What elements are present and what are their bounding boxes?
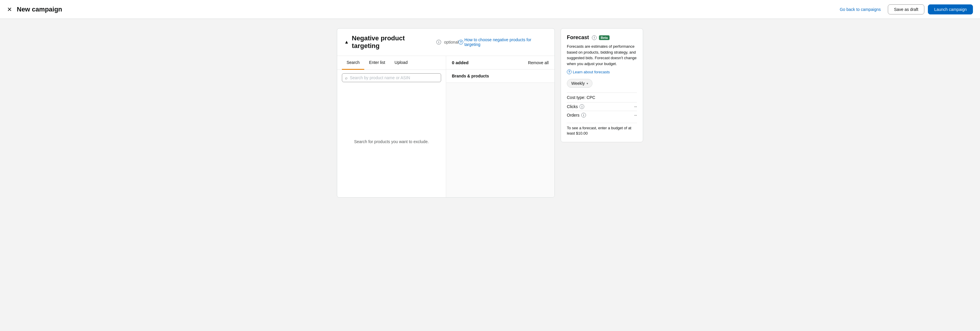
help-circle-icon: ?	[458, 40, 463, 45]
weekly-dropdown-button[interactable]: Weekly ▾	[567, 79, 592, 88]
search-icon: ⌕	[345, 75, 347, 80]
header-right: Go back to campaigns Save as draft Launc…	[836, 5, 973, 14]
search-input[interactable]	[350, 75, 438, 80]
chevron-down-icon: ▾	[587, 82, 588, 85]
section-title: Negative product targeting	[352, 35, 433, 50]
weekly-label: Weekly	[571, 81, 585, 86]
clicks-value: --	[634, 104, 637, 109]
card-title-group: ▲ Negative product targeting i optional	[344, 35, 458, 50]
learn-forecasts-label: Learn about forecasts	[573, 70, 610, 74]
search-container: ⌕	[337, 70, 446, 86]
left-panel: Search Enter list Upload ⌕ Search for pr…	[337, 56, 446, 197]
header: ✕ New campaign Go back to campaigns Save…	[0, 0, 980, 19]
orders-row: Orders i --	[567, 111, 637, 119]
header-left: ✕ New campaign	[7, 6, 62, 13]
clicks-row: Clicks i --	[567, 102, 637, 111]
search-empty-state: Search for products you want to exclude.	[337, 86, 446, 197]
forecast-card: Forecast i Beta Forecasts are estimates …	[561, 28, 643, 142]
clicks-label: Clicks i	[567, 104, 584, 109]
tabs: Search Enter list Upload	[337, 56, 446, 70]
orders-value: --	[634, 113, 637, 118]
clicks-info-icon[interactable]: i	[579, 104, 584, 109]
forecast-title: Forecast	[567, 35, 589, 41]
card-body: Search Enter list Upload ⌕ Search for pr…	[337, 56, 555, 197]
search-input-wrapper: ⌕	[342, 73, 441, 82]
beta-badge: Beta	[599, 35, 609, 40]
forecast-info-icon[interactable]: i	[592, 35, 597, 40]
added-count: 0 added	[452, 60, 469, 65]
remove-all-button[interactable]: Remove all	[528, 60, 549, 65]
brands-section: Brands & products	[446, 70, 555, 83]
targeting-card: ▲ Negative product targeting i optional …	[337, 28, 555, 197]
learn-forecasts-help-icon: ?	[567, 70, 571, 74]
page-title: New campaign	[17, 6, 62, 13]
tab-search[interactable]: Search	[342, 56, 364, 70]
forecast-header: Forecast i Beta	[567, 35, 637, 41]
brands-title: Brands & products	[452, 74, 489, 78]
main-content: ▲ Negative product targeting i optional …	[284, 19, 696, 207]
help-link-text: How to choose negative products for targ…	[465, 37, 547, 47]
cost-type-row: Cost type: CPC	[567, 92, 637, 102]
optional-label: optional	[444, 40, 458, 45]
card-header: ▲ Negative product targeting i optional …	[337, 29, 555, 56]
forecast-description: Forecasts are estimates of performance b…	[567, 44, 637, 67]
tab-enter-list[interactable]: Enter list	[364, 56, 390, 70]
go-back-button[interactable]: Go back to campaigns	[836, 5, 884, 14]
collapse-icon[interactable]: ▲	[344, 40, 349, 45]
launch-campaign-button[interactable]: Launch campaign	[928, 5, 973, 14]
save-draft-button[interactable]: Save as draft	[888, 5, 924, 14]
tab-upload[interactable]: Upload	[390, 56, 412, 70]
right-panel-header: 0 added Remove all	[446, 56, 555, 70]
title-info-icon[interactable]: i	[436, 40, 441, 45]
right-panel: 0 added Remove all Brands & products	[446, 56, 555, 197]
close-icon[interactable]: ✕	[7, 6, 12, 13]
learn-forecasts-link[interactable]: ? Learn about forecasts	[567, 70, 637, 74]
orders-label: Orders i	[567, 113, 586, 118]
cost-type-label: Cost type: CPC	[567, 95, 595, 100]
help-link[interactable]: ? How to choose negative products for ta…	[458, 37, 547, 47]
orders-info-icon[interactable]: i	[581, 113, 586, 118]
right-panel-empty	[446, 83, 555, 197]
forecast-note: To see a forecast, enter a budget of at …	[567, 123, 637, 136]
